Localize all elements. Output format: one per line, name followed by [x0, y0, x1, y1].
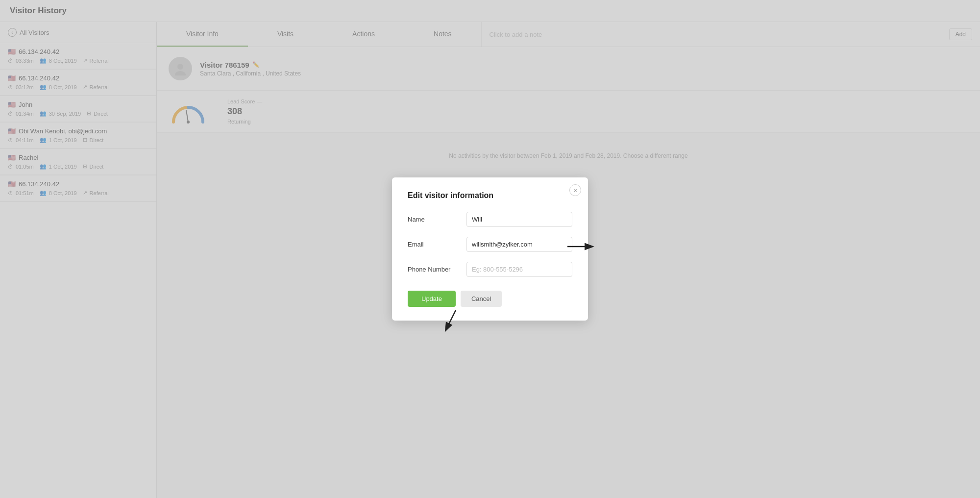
email-form-group: Email — [408, 237, 572, 252]
name-input[interactable] — [466, 212, 572, 227]
phone-input[interactable] — [466, 262, 572, 277]
edit-visitor-modal: × Edit visitor information Name Email — [392, 177, 588, 321]
update-arrow-annotation — [441, 310, 470, 335]
phone-form-group: Phone Number — [408, 262, 572, 277]
modal-overlay: × Edit visitor information Name Email — [0, 0, 980, 498]
modal-close-button[interactable]: × — [569, 184, 581, 196]
email-input[interactable] — [466, 237, 572, 252]
phone-label: Phone Number — [408, 266, 466, 273]
name-form-group: Name — [408, 212, 572, 227]
name-label: Name — [408, 216, 466, 223]
modal-title: Edit visitor information — [408, 191, 572, 200]
svg-line-5 — [446, 310, 456, 330]
cancel-button[interactable]: Cancel — [461, 291, 502, 307]
update-button[interactable]: Update — [408, 291, 456, 307]
modal-actions: Update Cancel — [408, 291, 572, 307]
email-label: Email — [408, 241, 466, 248]
